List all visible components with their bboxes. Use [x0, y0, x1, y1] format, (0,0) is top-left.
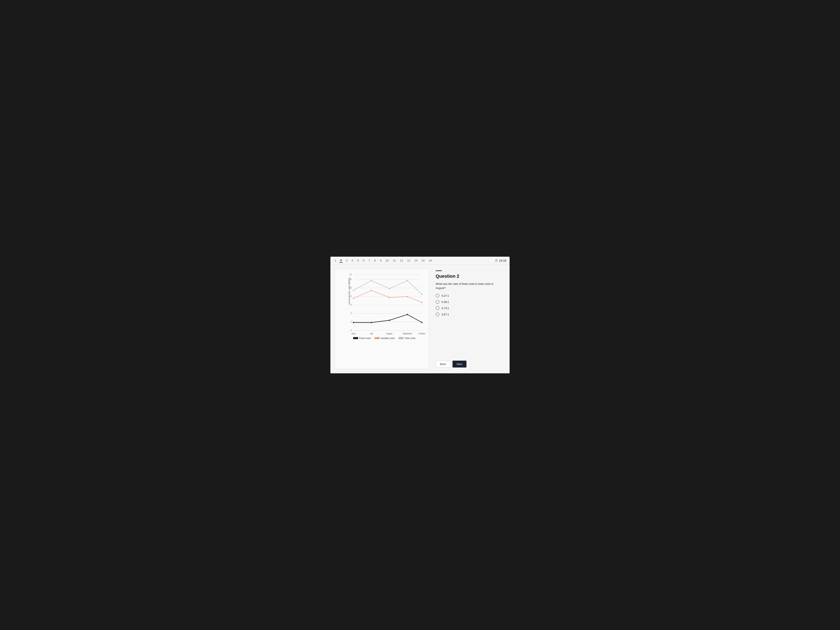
- svg-text:14: 14: [350, 273, 352, 276]
- svg-text:October: October: [418, 332, 425, 335]
- svg-point-33: [389, 320, 390, 321]
- legend-swatch: [353, 337, 358, 339]
- screen: 12345678910111213141516 ⏱ 19:18 Unit pro…: [330, 257, 510, 373]
- nav-number-6[interactable]: 6: [362, 259, 365, 262]
- option-label-c: 0.73:1: [442, 307, 449, 310]
- svg-point-32: [371, 322, 372, 323]
- nav-number-4[interactable]: 4: [351, 259, 354, 262]
- svg-point-23: [389, 288, 390, 289]
- svg-point-27: [371, 290, 372, 291]
- legend-item: Total costs: [398, 337, 415, 339]
- option-c[interactable]: 0.73:1: [436, 306, 503, 310]
- option-label-b: 0.38:1: [442, 300, 449, 303]
- legend-label: Variable costs: [381, 337, 395, 339]
- timer-value: 19:18: [499, 259, 506, 262]
- svg-point-34: [407, 314, 408, 315]
- option-b[interactable]: 0.38:1: [436, 300, 503, 304]
- nav-number-8[interactable]: 8: [374, 259, 377, 262]
- svg-point-29: [407, 296, 408, 297]
- svg-text:June: June: [352, 332, 355, 335]
- svg-text:4: 4: [351, 312, 352, 314]
- svg-text:September: September: [403, 332, 412, 335]
- timer: ⏱ 19:18: [495, 259, 506, 262]
- chart-panel: Unit production costs ($000s) 0: [335, 269, 429, 369]
- question-panel: Question 2 What was the ratio of fixed c…: [433, 269, 505, 369]
- svg-text:0: 0: [351, 329, 352, 332]
- svg-point-22: [371, 280, 372, 281]
- nav-number-5[interactable]: 5: [357, 259, 360, 262]
- nav-number-14[interactable]: 14: [414, 259, 418, 262]
- svg-point-21: [353, 290, 354, 291]
- radio-circle-c: [436, 306, 439, 310]
- timer-icon: ⏱: [495, 259, 498, 262]
- svg-point-31: [353, 322, 354, 323]
- question-text: What was the ratio of fixed costs to tot…: [436, 282, 503, 290]
- legend-swatch: [398, 337, 404, 339]
- nav-number-7[interactable]: 7: [368, 259, 371, 262]
- radio-circle-b: [436, 300, 439, 304]
- chart-area: Unit production costs ($000s) 0: [343, 272, 425, 335]
- legend-item: Fixed costs: [353, 337, 371, 339]
- options-list: 0.27:10.38:10.73:13.67:1: [436, 294, 503, 316]
- legend-label: Fixed costs: [359, 337, 371, 339]
- svg-point-26: [353, 298, 354, 299]
- option-a[interactable]: 0.27:1: [436, 294, 503, 297]
- next-button[interactable]: Next: [453, 361, 466, 368]
- svg-text:July: July: [370, 332, 373, 335]
- nav-number-13[interactable]: 13: [406, 259, 411, 262]
- legend-item: Variable costs: [374, 337, 395, 339]
- svg-point-35: [422, 322, 423, 323]
- chart-legend: Fixed costsVariable costsTotal costs: [343, 337, 425, 339]
- nav-number-12[interactable]: 12: [399, 259, 404, 262]
- svg-point-24: [407, 280, 408, 281]
- chart-svg: 0 2 4 6 8 10 12 14 June July August Sept…: [343, 272, 425, 335]
- main-content: Unit production costs ($000s) 0: [330, 265, 510, 373]
- svg-text:2: 2: [351, 320, 352, 323]
- legend-label: Total costs: [404, 337, 415, 339]
- nav-number-15[interactable]: 15: [421, 259, 425, 262]
- button-row: Back Next: [436, 361, 503, 368]
- y-axis-label: Unit production costs ($000s): [348, 278, 351, 305]
- nav-number-3[interactable]: 3: [345, 259, 348, 262]
- question-title: Question 2: [436, 273, 503, 279]
- svg-point-25: [422, 294, 423, 295]
- back-button[interactable]: Back: [436, 361, 450, 368]
- question-bar: [436, 270, 442, 271]
- option-label-d: 3.67:1: [442, 313, 449, 316]
- nav-bar: 12345678910111213141516 ⏱ 19:18: [330, 257, 510, 265]
- nav-number-9[interactable]: 9: [379, 259, 382, 262]
- svg-text:August: August: [387, 332, 392, 335]
- option-d[interactable]: 3.67:1: [436, 313, 503, 316]
- nav-number-1[interactable]: 1: [334, 259, 337, 262]
- nav-number-2[interactable]: 2: [339, 258, 343, 263]
- legend-swatch: [374, 337, 380, 339]
- radio-circle-a: [436, 294, 439, 297]
- nav-number-10[interactable]: 10: [385, 259, 389, 262]
- nav-number-16[interactable]: 16: [428, 259, 433, 262]
- svg-text:6: 6: [351, 303, 352, 306]
- svg-point-30: [422, 302, 423, 303]
- nav-number-11[interactable]: 11: [392, 259, 397, 262]
- option-label-a: 0.27:1: [442, 294, 449, 297]
- question-nav: 12345678910111213141516: [334, 258, 433, 263]
- radio-circle-d: [436, 313, 439, 316]
- svg-text:8: 8: [351, 295, 352, 297]
- svg-point-28: [389, 297, 390, 298]
